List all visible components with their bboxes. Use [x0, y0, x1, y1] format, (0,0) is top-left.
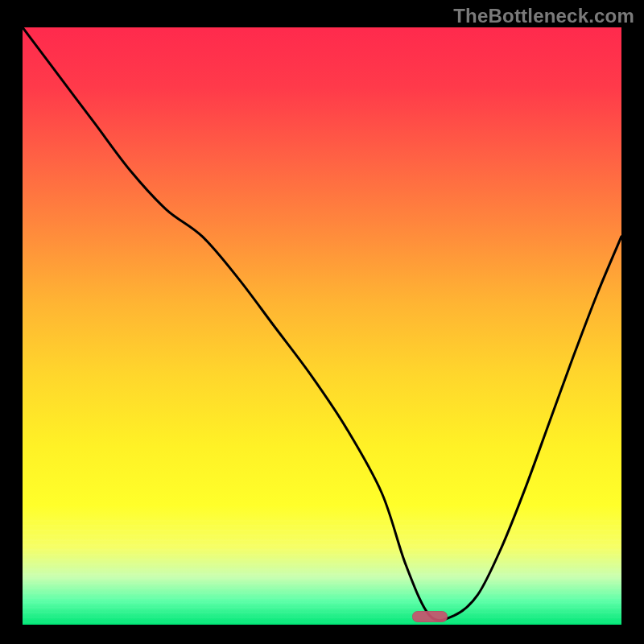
plot-area — [23, 27, 621, 625]
bottleneck-curve — [23, 27, 621, 625]
watermark-label: TheBottleneck.com — [453, 5, 634, 27]
frame: TheBottleneck.com — [0, 0, 644, 644]
optimum-marker — [412, 611, 448, 622]
